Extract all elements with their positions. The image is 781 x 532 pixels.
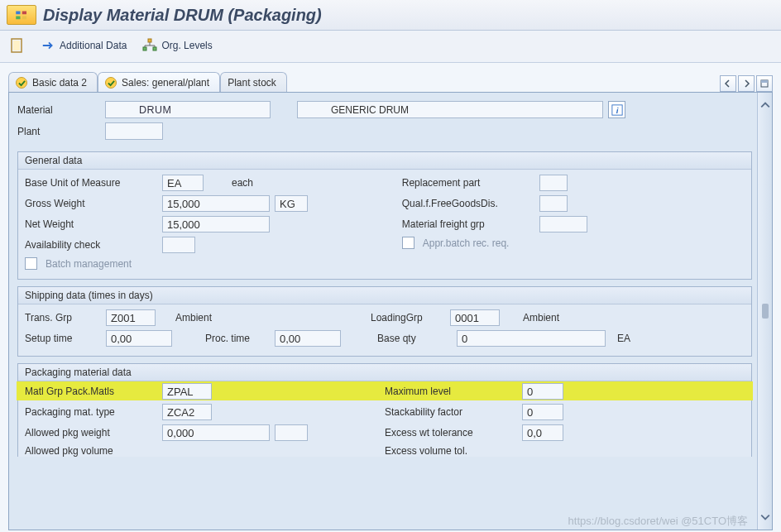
pkg-mat-type-field[interactable]: ZCA2 [162,404,212,420]
tab-basic-data-2[interactable]: Basic data 2 [8,72,98,93]
net-weight-label: Net Weight [25,218,157,230]
scroll-up-icon[interactable] [759,99,771,111]
trans-grp-field[interactable]: Z001 [106,309,156,326]
group-title: General data [18,152,751,170]
setup-time-label: Setup time [25,333,101,344]
svg-rect-2 [16,17,20,20]
matl-grp-pack-label: Matl Grp Pack.Matls [25,386,157,397]
excess-wt-tol-label: Excess wt tolerance [385,427,517,439]
shipping-data-group: Shipping data (times in days) Trans. Grp… [17,286,752,357]
matl-grp-pack-field[interactable]: ZPAL [162,383,212,400]
vertical-scrollbar[interactable] [757,93,772,530]
stack-factor-label: Stackability factor [385,406,517,418]
group-title: Shipping data (times in days) [18,287,751,304]
buom-text: each [232,177,253,189]
scroll-down-icon[interactable] [759,511,771,523]
batch-mgmt-checkbox[interactable] [25,257,37,270]
info-icon[interactable]: i [608,101,625,118]
tab-panel: Material DRUM GENERIC DRUM i Plant Gener… [8,92,773,530]
tab-next-button[interactable] [738,75,755,92]
mat-freight-grp-label: Material freight grp [402,218,534,230]
loading-grp-field[interactable]: 0001 [450,309,500,326]
appr-batch-checkbox[interactable] [402,237,414,249]
material-field[interactable]: DRUM [105,101,271,118]
svg-rect-3 [22,17,26,20]
svg-rect-10 [761,80,768,83]
proc-time-field[interactable]: 0,00 [275,330,341,347]
svg-rect-6 [148,39,151,42]
allowed-pkg-weight-unit[interactable] [275,424,308,441]
additional-data-button[interactable]: Additional Data [41,38,127,53]
tab-label: Sales: general/plant [122,77,209,89]
base-qty-field[interactable]: 0 [457,330,606,347]
avail-check-label: Availability check [25,239,157,251]
packaging-data-group: Packaging material data Matl Grp Pack.Ma… [17,363,752,457]
batch-mgmt-label: Batch management [46,258,132,270]
loading-grp-label: LoadingGrp [371,312,445,324]
tab-label: Basic data 2 [32,77,87,89]
tab-plant-stock[interactable]: Plant stock [220,72,287,93]
stack-factor-field[interactable]: 0 [522,404,563,420]
svg-rect-1 [22,12,26,15]
material-description: GENERIC DRUM [297,101,603,118]
buom-label: Base Unit of Measure [25,177,157,189]
gross-unit-field[interactable]: KG [275,195,308,212]
gross-weight-field[interactable]: 15,000 [162,195,270,212]
page-title: Display Material DRUM (Packaging) [43,6,322,25]
base-qty-unit: EA [617,333,630,344]
svg-rect-0 [16,12,20,15]
org-levels-label: Org. Levels [161,40,212,51]
title-bar: Display Material DRUM (Packaging) [0,0,781,31]
watermark: https://blog.csdoret/wei @51CTO博客 [568,514,748,529]
repl-part-field[interactable] [539,175,568,191]
allowed-pkg-weight-label: Allowed pkg weight [25,427,157,439]
tab-prev-button[interactable] [720,75,736,92]
app-icon [7,5,36,25]
plant-label: Plant [17,126,100,137]
base-qty-label: Base qty [377,333,452,344]
buom-field[interactable]: EA [162,175,204,191]
svg-rect-7 [143,47,146,50]
max-level-label: Maximum level [385,386,517,397]
tab-check-icon [105,77,117,89]
svg-rect-8 [153,47,156,50]
qual-free-goods-label: Qual.f.FreeGoodsDis. [402,198,534,209]
group-title: Packaging material data [18,364,751,381]
general-data-group: General data Base Unit of MeasureEAeach … [17,151,752,280]
loading-grp-text: Ambient [523,312,559,324]
org-levels-button[interactable]: Org. Levels [141,38,212,53]
scroll-thumb[interactable] [762,116,769,506]
tab-label: Plant stock [228,77,276,89]
tab-nav [720,75,773,92]
exit-button[interactable] [10,37,26,54]
toolbar: Additional Data Org. Levels [0,31,781,63]
tabstrip: Basic data 2 Sales: general/plant Plant … [8,71,773,92]
gross-weight-label: Gross Weight [25,198,157,209]
qual-free-goods-field[interactable] [539,195,568,212]
excess-wt-tol-field[interactable]: 0,0 [522,424,563,441]
mat-freight-grp-field[interactable] [539,216,587,232]
setup-time-field[interactable]: 0,00 [106,330,172,347]
plant-field[interactable] [105,122,163,140]
net-weight-field[interactable]: 15,000 [162,216,270,232]
allowed-pkg-weight-field[interactable]: 0,000 [162,424,270,441]
trans-grp-label: Trans. Grp [25,312,101,324]
pkg-mat-type-label: Packaging mat. type [25,406,157,418]
allowed-pkg-volume-label: Allowed pkg volume [25,445,157,457]
excess-vol-tol-label: Excess volume tol. [385,445,517,457]
content-area: Basic data 2 Sales: general/plant Plant … [0,63,781,530]
avail-check-field[interactable] [162,237,195,253]
svg-rect-5 [13,41,20,50]
material-label: Material [17,104,100,116]
tab-sales-general-plant[interactable]: Sales: general/plant [98,72,220,93]
additional-data-label: Additional Data [60,40,127,51]
repl-part-label: Replacement part [402,177,534,189]
trans-grp-text: Ambient [175,312,212,324]
appr-batch-label: Appr.batch rec. req. [423,237,510,249]
svg-text:i: i [616,105,618,114]
proc-time-label: Proc. time [205,333,270,344]
tab-check-icon [16,77,27,89]
max-level-field[interactable]: 0 [522,383,563,400]
tab-list-button[interactable] [756,75,773,92]
